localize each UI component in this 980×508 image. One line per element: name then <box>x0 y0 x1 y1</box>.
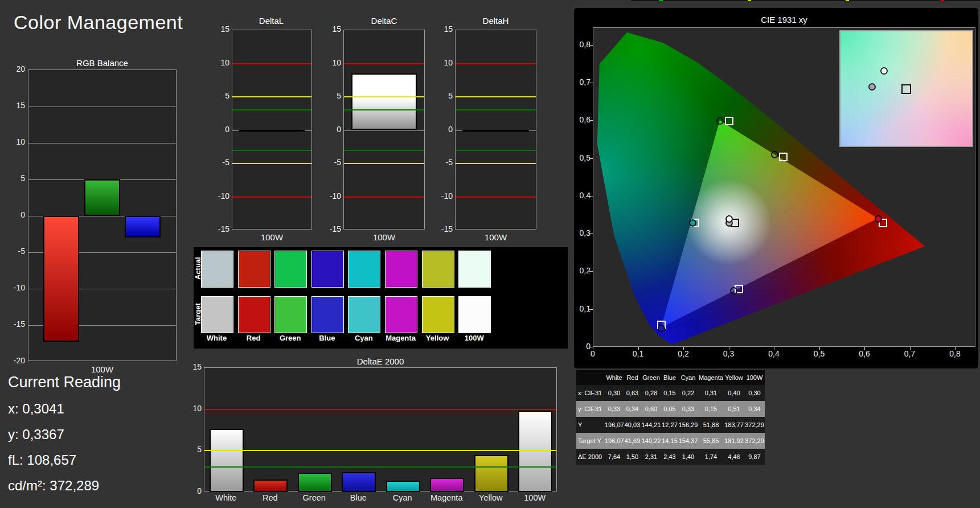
reading-fl-label: fL: <box>8 452 23 468</box>
delta_h-zero-bar <box>462 130 529 132</box>
table-header-cyan: Cyan <box>678 370 698 385</box>
deltae-y-tick: 0 <box>177 486 202 495</box>
rgb-balance-title: RGB Balance <box>28 58 177 68</box>
delta_h-y-tick: 10 <box>428 58 453 67</box>
delta_l-y-tick: -5 <box>204 158 229 167</box>
table-cell: 40,03 <box>624 417 641 433</box>
deltae-bar-magenta <box>430 478 464 492</box>
swatch-target-100w <box>458 296 491 333</box>
delta_l-ref-line <box>232 96 311 97</box>
deltae-2000-plot <box>204 367 557 491</box>
table-header-green: Green <box>641 370 661 385</box>
delta_l-ref-line <box>232 63 311 64</box>
table-header-corner <box>576 370 605 385</box>
reading-cdm2-value: 372,289 <box>50 478 99 493</box>
rgb-y-tick: -5 <box>0 247 25 256</box>
swatch-column-label: White <box>198 334 236 342</box>
rgb-y-tick: -20 <box>0 356 25 365</box>
table-row-label: Y <box>576 417 605 433</box>
table-cell: 51,88 <box>698 417 724 433</box>
cie-whitepoint-inset <box>839 30 973 147</box>
swatch-target-blue <box>311 296 344 333</box>
swatch-column-label: Cyan <box>345 334 383 342</box>
reading-y: y: 0,3367 <box>8 427 64 443</box>
deltae-x-label: Cyan <box>381 493 424 502</box>
delta_c-ref-line <box>344 109 424 110</box>
cie-x-tick-mark <box>683 347 684 350</box>
cie-x-tick: 0,8 <box>944 349 966 358</box>
delta_c-y-tick: -5 <box>316 158 341 167</box>
table-cell: 1,74 <box>698 449 724 465</box>
rgb-gridline <box>28 143 176 144</box>
table-cell: 0,34 <box>624 401 641 417</box>
cie-y-tick: 0,7 <box>567 77 591 87</box>
delta_h-y-tick: 5 <box>428 91 453 100</box>
cie-x-tick-mark <box>593 347 593 350</box>
delta-c-title: DeltaC <box>343 16 425 26</box>
top-edge-strip <box>631 0 980 1</box>
table-cell: 144,21 <box>641 417 661 433</box>
delta_c-y-tick: -15 <box>316 224 341 233</box>
page-title: Color Management <box>14 11 183 34</box>
reading-x-label: x: <box>8 401 19 416</box>
rgb-bar-green <box>84 179 120 216</box>
table-header-100w: 100W <box>744 370 765 385</box>
table-header-white: White <box>605 370 624 385</box>
deltae-x-label: 100W <box>513 493 556 502</box>
cie-target-yellow <box>779 153 788 161</box>
table-cell: 14,15 <box>661 433 678 449</box>
delta_c-ref-line <box>344 96 424 97</box>
delta_h-y-tick: -5 <box>428 158 453 167</box>
table-cell: 0,34 <box>744 401 765 417</box>
delta_l-y-tick: 0 <box>204 125 229 134</box>
deltae-bar-white <box>210 429 244 492</box>
delta_c-ref-line <box>344 150 424 151</box>
rgb-gridline <box>28 106 176 107</box>
swatch-actual-magenta <box>385 251 417 288</box>
cie-x-tick: 0,2 <box>672 349 695 358</box>
table-cell: 4,46 <box>724 449 744 465</box>
table-cell: 0,15 <box>661 385 678 401</box>
cie-y-tick-mark <box>589 271 593 272</box>
cie-plot <box>593 27 975 347</box>
measurement-table: WhiteRedGreenBlueCyanMagentaYellow100Wx:… <box>576 370 765 465</box>
delta_l-ref-line <box>232 109 311 110</box>
cie-x-tick-mark <box>774 347 774 350</box>
delta_h-y-tick: -10 <box>428 191 453 200</box>
inset-white-target-marker <box>901 84 911 94</box>
delta-c-plot <box>343 30 425 230</box>
swatch-target-green <box>274 296 307 333</box>
cie-measured-blue <box>658 325 665 332</box>
rgb-y-tick: 5 <box>0 174 25 183</box>
table-cell: 41,69 <box>624 433 641 449</box>
cie-y-tick-mark <box>589 158 593 159</box>
rgb-y-tick: 15 <box>0 101 25 110</box>
swatch-column-label: Green <box>271 334 309 342</box>
cie-y-tick: 0,5 <box>567 153 591 162</box>
cie-measured-green <box>716 117 724 125</box>
table-cell: 0,40 <box>724 385 744 401</box>
cie-y-tick-mark <box>589 120 593 121</box>
inset-100w-measured-marker <box>880 67 888 75</box>
swatch-actual-yellow <box>422 251 454 288</box>
cie-y-tick-mark <box>589 196 593 196</box>
swatch-actual-100w <box>458 251 491 288</box>
deltae-bar-blue <box>342 472 376 492</box>
cie-y-tick-mark <box>589 83 593 83</box>
table-cell: 196,07 <box>605 417 624 433</box>
table-cell: 2,31 <box>641 449 661 465</box>
swatch-row-label-actual: Actual <box>194 251 201 286</box>
table-cell: 181,92 <box>724 433 744 449</box>
delta_c-y-tick: 0 <box>316 125 341 134</box>
cie-measured-yellow <box>771 151 778 158</box>
deltae-x-label: Yellow <box>469 493 512 502</box>
delta_h-y-tick: 15 <box>428 24 453 34</box>
reading-fl: fL: 108,657 <box>8 452 76 468</box>
top-edge-mark <box>659 0 663 1</box>
cie-measured-100w <box>725 215 733 223</box>
cie-x-tick-mark <box>864 347 865 350</box>
deltae-x-label: Blue <box>337 493 380 502</box>
swatch-column-label: Magenta <box>382 334 420 342</box>
delta_c-ref-line <box>344 163 424 164</box>
cie-x-tick: 0,7 <box>899 349 921 358</box>
